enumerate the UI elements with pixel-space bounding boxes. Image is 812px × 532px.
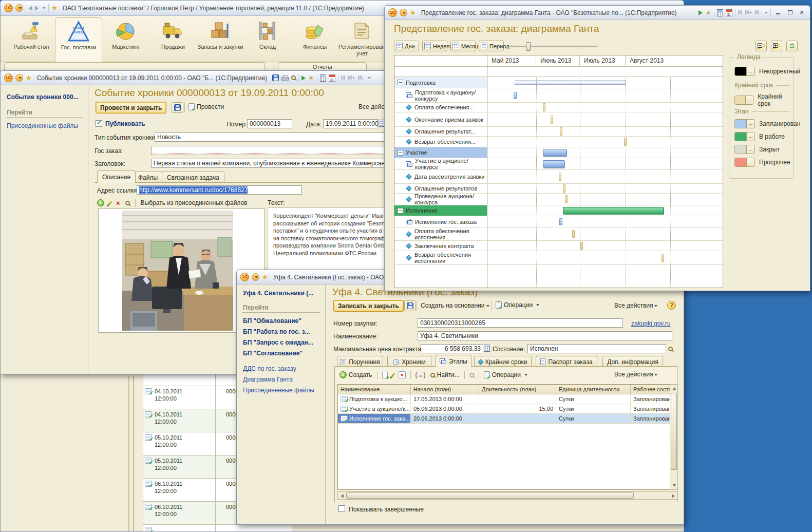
headline-field[interactable]: Первая статья о нашей компании, опублико…	[151, 159, 386, 168]
gantt-tree-cell[interactable]: Возврат обеспечения исполнения	[394, 251, 487, 264]
gantt-row[interactable]: Заключение контракта	[394, 241, 723, 251]
gantt-tree-cell[interactable]: Подготовка к аукциону/конкурсу	[394, 88, 487, 102]
move-icon[interactable]: (↔)	[416, 371, 426, 378]
gantt-row[interactable]: Оглашение результат...	[394, 127, 723, 137]
splitter-line[interactable]	[128, 376, 129, 532]
history-caret-icon[interactable]	[43, 7, 46, 9]
legend-color-picker-button[interactable]: ...	[746, 120, 754, 128]
event-type-field[interactable]: Новость	[155, 132, 386, 142]
tab-крайние-сроки[interactable]: Крайние сроки	[474, 356, 532, 367]
minimize-button[interactable]	[773, 9, 783, 16]
sidebar-item-bp-1[interactable]: БП "Обжалование"	[243, 317, 301, 325]
save-button[interactable]	[404, 300, 416, 311]
gantt-tree-cell[interactable]: Дата рассмотрения заявки	[394, 170, 487, 183]
gantt-bar[interactable]	[514, 92, 517, 99]
main-menu-button[interactable]	[15, 4, 23, 12]
delete-picture-button[interactable]: ×	[116, 200, 120, 206]
gantt-row[interactable]: Оплата обеспечения исполнения	[394, 227, 723, 241]
gantt-bar[interactable]	[559, 173, 561, 181]
sidebar-item-attached-files[interactable]: Присоединенные файлы	[7, 122, 78, 129]
table-row[interactable]: Подготовка к аукцио...17.05.2013 0:00:00…	[338, 394, 670, 404]
date-field[interactable]: 19.09.2011 0:00:00	[323, 119, 378, 128]
calculator-icon[interactable]	[717, 9, 723, 16]
collapse-all-button[interactable]	[756, 41, 767, 51]
scale-button-недели[interactable]: Недели	[422, 41, 447, 51]
purchase-number-field[interactable]: 0301300020313000265	[418, 318, 623, 328]
gantt-bar[interactable]	[543, 103, 545, 111]
scroll-right-icon[interactable]	[672, 494, 675, 498]
help-button[interactable]: ?	[667, 301, 676, 310]
tab-description[interactable]: Описание	[97, 170, 136, 183]
post-button[interactable]: Провести	[188, 103, 224, 110]
legend-color-picker-button[interactable]: ...	[745, 96, 753, 104]
gantt-row[interactable]: Проведение аукциона/конкурса	[394, 194, 723, 205]
gantt-tree-cell[interactable]: Подготовка	[394, 77, 487, 88]
column-header[interactable]: Длительность (план)	[479, 385, 556, 394]
gantt-bar[interactable]	[559, 218, 562, 225]
gantt-row[interactable]: Возврат обеспечения...	[394, 137, 723, 147]
gantt-tree-cell[interactable]: Окончание приема заявок	[394, 112, 487, 126]
memory-m-plus[interactable]: M+	[348, 75, 355, 81]
gantt-bar[interactable]	[565, 195, 568, 203]
sidebar-divider[interactable]	[88, 85, 88, 374]
ribbon-section-5[interactable]: Запасы и закупки	[197, 17, 244, 62]
gantt-row[interactable]: Дата рассмотрения заявки	[394, 170, 723, 184]
scroll-up-icon[interactable]	[672, 387, 676, 390]
gantt-row[interactable]: Оплата обеспечения...	[394, 103, 723, 112]
gantt-bar[interactable]	[580, 242, 583, 250]
tab-files[interactable]: Файлы	[133, 172, 163, 183]
scroll-left-icon[interactable]	[341, 494, 344, 498]
create-button[interactable]: +Создать	[339, 371, 372, 378]
gantt-bar[interactable]	[551, 116, 553, 124]
window-menu-button[interactable]	[15, 74, 23, 82]
memory-m[interactable]: M	[341, 75, 345, 81]
max-price-field[interactable]: 6 558 693,33	[421, 344, 483, 353]
memory-m-minus[interactable]: M-	[357, 75, 364, 81]
calculator-icon[interactable]	[320, 74, 326, 82]
operations-button[interactable]: Операции	[484, 371, 527, 378]
calendar-icon[interactable]: 31	[726, 9, 732, 16]
ribbon-section-8[interactable]: Регламентированный учет	[338, 17, 386, 62]
sidebar-item-bp-2[interactable]: БП "Работа по гос. з...	[243, 328, 310, 335]
more-icons-caret[interactable]	[765, 12, 768, 14]
gos-order-field[interactable]	[151, 146, 386, 155]
ribbon-section-3[interactable]: Маркетинг	[102, 17, 149, 62]
price-calc-button[interactable]	[484, 345, 490, 353]
sidebar-current-item[interactable]: Уфа 4. Светильники (...	[243, 290, 313, 297]
gantt-tree-cell[interactable]: Участие	[394, 147, 487, 158]
scale-button-месяцы[interactable]: Месяцы	[450, 41, 476, 51]
show-completed-checkbox[interactable]	[338, 505, 345, 512]
print-icon[interactable]	[281, 77, 289, 81]
tab-паспорт-заказа[interactable]: Паспорт заказа	[536, 356, 597, 367]
forward-icon[interactable]	[35, 6, 39, 11]
add-picture-button[interactable]: +	[97, 199, 104, 206]
reports-panel-top[interactable]: Отчеты	[278, 62, 367, 71]
table-row[interactable]: Исполнение гос. зака...20.06.2013 0:00:0…	[338, 414, 670, 424]
gantt-bar[interactable]	[563, 184, 565, 193]
post-and-close-button[interactable]: Провести и закрыть	[96, 102, 166, 113]
window-menu-button[interactable]	[400, 9, 407, 16]
gantt-bar[interactable]	[662, 254, 664, 262]
sidebar-item-2[interactable]: Диаграмма Ганта	[243, 376, 293, 383]
tree-collapse-icon[interactable]	[398, 150, 403, 156]
legend-color-picker-button[interactable]: ...	[746, 145, 754, 154]
save-and-close-button[interactable]: Записать и закрыть	[333, 300, 404, 312]
ribbon-section-6[interactable]: Склад	[244, 17, 291, 62]
gantt-bar[interactable]	[543, 160, 564, 167]
clear-find-button[interactable]	[469, 373, 474, 377]
state-field[interactable]: Исполнен	[527, 344, 666, 353]
sidebar-current-item[interactable]: Событие хроники 000...	[7, 93, 79, 101]
gantt-tree-cell[interactable]: Возврат обеспечения...	[394, 137, 487, 147]
sidebar-item-bp-4[interactable]: БП "Согласование"	[243, 350, 303, 357]
gantt-bar[interactable]	[560, 127, 562, 136]
column-header[interactable]: Начало (план)	[411, 385, 479, 394]
all-actions-button[interactable]: Все действия	[614, 302, 657, 309]
gantt-tree-cell[interactable]: Проведение аукциона/конкурса	[394, 194, 487, 205]
edit-button[interactable]	[391, 372, 395, 378]
calendar-icon[interactable]: 31	[329, 74, 335, 82]
gantt-tree-cell[interactable]: Оплата обеспечения...	[394, 103, 487, 112]
stages-all-actions-button[interactable]: Все действия	[614, 371, 657, 378]
number-field[interactable]: 000000013	[247, 119, 292, 128]
gantt-bar[interactable]	[572, 230, 575, 238]
edit-picture-button[interactable]	[108, 200, 112, 206]
